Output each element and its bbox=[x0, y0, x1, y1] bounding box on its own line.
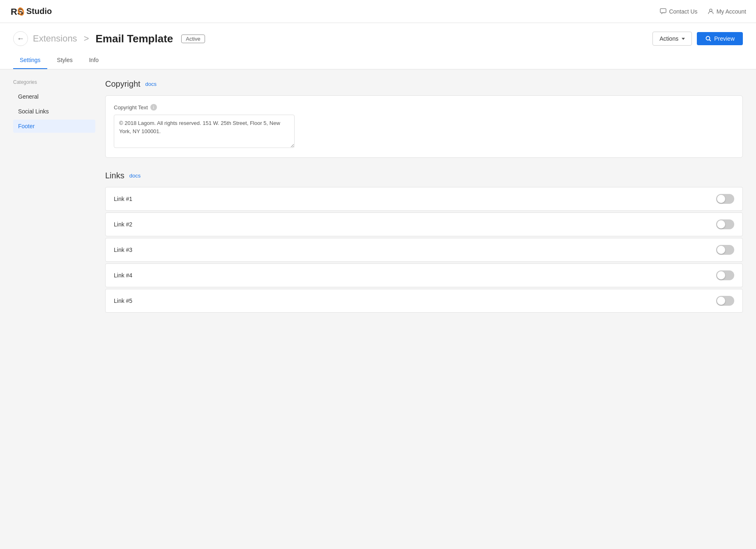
link-row-5: Link #5 bbox=[105, 289, 743, 313]
link-4-toggle-thumb bbox=[717, 271, 725, 279]
link-3-toggle-track bbox=[716, 245, 734, 255]
link-row-1: Link #1 bbox=[105, 187, 743, 211]
main-layout: Categories General Social Links Footer C… bbox=[0, 69, 756, 542]
link-5-toggle-thumb bbox=[717, 297, 725, 305]
copyright-title: Copyright bbox=[105, 79, 141, 89]
link-3-label: Link #3 bbox=[114, 247, 132, 253]
link-row-3: Link #3 bbox=[105, 238, 743, 262]
copyright-section: Copyright docs Copyright Text i © 2018 L… bbox=[105, 79, 743, 158]
link-5-label: Link #5 bbox=[114, 298, 132, 304]
link-4-label: Link #4 bbox=[114, 272, 132, 279]
tab-info[interactable]: Info bbox=[83, 53, 105, 69]
svg-point-4 bbox=[710, 9, 712, 12]
breadcrumb-separator: > bbox=[84, 33, 89, 44]
actions-button[interactable]: Actions bbox=[652, 32, 692, 46]
link-row-2: Link #2 bbox=[105, 212, 743, 236]
tabs-row: Settings Styles Info bbox=[13, 53, 743, 69]
content-area: Copyright docs Copyright Text i © 2018 L… bbox=[105, 79, 743, 532]
copyright-docs-link[interactable]: docs bbox=[145, 81, 157, 87]
link-row-4: Link #4 bbox=[105, 263, 743, 287]
link-3-toggle[interactable] bbox=[716, 245, 734, 255]
svg-line-6 bbox=[710, 40, 711, 42]
copyright-info-icon[interactable]: i bbox=[150, 104, 157, 111]
page-title: Email Template bbox=[95, 32, 173, 45]
categories-label: Categories bbox=[13, 79, 95, 85]
chat-icon bbox=[660, 8, 666, 15]
svg-point-5 bbox=[706, 37, 710, 40]
copyright-section-header: Copyright docs bbox=[105, 79, 743, 89]
nav-right: Contact Us My Account bbox=[660, 8, 746, 15]
link-5-toggle[interactable] bbox=[716, 296, 734, 306]
rs-logo-icon: RS bbox=[10, 4, 25, 19]
back-button[interactable]: ← bbox=[13, 31, 28, 46]
tab-styles[interactable]: Styles bbox=[51, 53, 79, 69]
my-account-link[interactable]: My Account bbox=[708, 8, 746, 15]
back-arrow-icon: ← bbox=[17, 35, 24, 43]
link-2-label: Link #2 bbox=[114, 221, 132, 228]
breadcrumb[interactable]: Extensions bbox=[33, 33, 77, 44]
top-nav: RS Studio Contact Us My Account bbox=[0, 0, 756, 23]
breadcrumb-left: ← Extensions > Email Template Active bbox=[13, 31, 205, 46]
link-2-toggle[interactable] bbox=[716, 219, 734, 229]
links-section-header: Links docs bbox=[105, 171, 743, 180]
user-icon bbox=[708, 8, 714, 15]
contact-us-link[interactable]: Contact Us bbox=[660, 8, 697, 15]
link-1-toggle-thumb bbox=[717, 195, 725, 203]
links-docs-link[interactable]: docs bbox=[129, 173, 141, 179]
links-title: Links bbox=[105, 171, 124, 180]
status-badge: Active bbox=[181, 35, 205, 43]
sidebar-item-general[interactable]: General bbox=[13, 90, 95, 103]
link-4-toggle[interactable] bbox=[716, 270, 734, 280]
copyright-card: Copyright Text i © 2018 Lagom. All right… bbox=[105, 95, 743, 158]
link-2-toggle-thumb bbox=[717, 220, 725, 228]
copyright-field-label: Copyright Text i bbox=[114, 104, 734, 111]
logo: RS Studio bbox=[10, 4, 52, 19]
link-3-toggle-thumb bbox=[717, 246, 725, 254]
link-1-toggle-track bbox=[716, 194, 734, 204]
link-2-toggle-track bbox=[716, 219, 734, 229]
sidebar-item-footer[interactable]: Footer bbox=[13, 120, 95, 133]
copyright-textarea[interactable]: © 2018 Lagom. All rights reserved. 151 W… bbox=[114, 115, 295, 148]
svg-rect-3 bbox=[660, 9, 666, 13]
link-4-toggle-track bbox=[716, 270, 734, 280]
breadcrumb-row: ← Extensions > Email Template Active Act… bbox=[13, 31, 743, 46]
logo-text: Studio bbox=[26, 7, 52, 16]
tab-settings[interactable]: Settings bbox=[13, 53, 47, 69]
link-1-label: Link #1 bbox=[114, 196, 132, 202]
chevron-down-icon bbox=[682, 38, 685, 40]
preview-button[interactable]: Preview bbox=[697, 32, 743, 45]
links-section: Links docs Link #1 Link #2 bbox=[105, 171, 743, 313]
search-icon bbox=[705, 35, 712, 42]
link-5-toggle-track bbox=[716, 296, 734, 306]
sidebar: Categories General Social Links Footer bbox=[13, 79, 95, 532]
header-actions: Actions Preview bbox=[652, 32, 743, 46]
page-header-area: ← Extensions > Email Template Active Act… bbox=[0, 23, 756, 69]
sidebar-item-social-links[interactable]: Social Links bbox=[13, 105, 95, 118]
link-1-toggle[interactable] bbox=[716, 194, 734, 204]
